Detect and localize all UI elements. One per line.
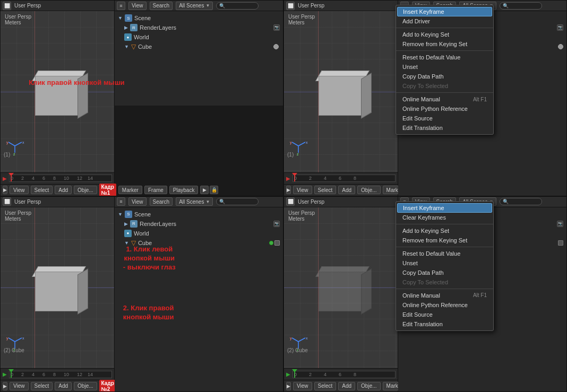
cube-eye-icon-tr[interactable] [558,44,563,49]
tick-12-bl: 12 [77,372,82,377]
menu-reset-default-tr[interactable]: Reset to Default Value [396,53,493,62]
menu-unset-br[interactable]: Unset [396,258,493,268]
menu-edit-source-br[interactable]: Edit Source [396,310,493,319]
viewport-top-bar-tl: ⬜ User Persp [1,1,114,11]
playhead-indicator-bl: ▶ [3,371,7,377]
render-icon-tl: R [130,24,138,31]
menu-add-keying-set-br[interactable]: Add to Keying Set [396,226,493,236]
toolbar-obj-tl[interactable]: Obje... [74,186,97,194]
menu-reset-default-br[interactable]: Reset to Default Value [396,249,493,258]
tick-4-bl: 4 [32,372,35,377]
world-icon-bl: ● [124,230,132,237]
bottom-toolbar-tr: ▶ View Select Add Obje... Marker Frame P… [284,184,398,196]
search-box-tl[interactable]: 🔍 [216,2,259,10]
outliner-pane-bl: ≡ View Search All Scenes ▼ 🔍 ▼ S Scene [115,197,283,392]
svg-text:z: z [13,152,15,155]
outliner-pane-br: ≡ View Search All Scenes ▼ 🔍 ▼ S Scene [398,197,566,392]
context-menu-tr: Insert Keyframe Add Driver Add to Keying… [396,5,494,135]
toolbar-select-bl[interactable]: Select [31,382,53,390]
cube-side-tl [78,73,88,119]
menu-python-ref-br[interactable]: Online Python Reference [396,300,493,310]
outliner-search-btn-tl[interactable]: Search [150,2,173,10]
toolbar-add-tr[interactable]: Add [338,186,355,194]
toolbar-view-bl[interactable]: View [10,382,29,390]
cube-icon1-br[interactable] [558,240,563,246]
menu-online-manual-tr[interactable]: Online Manual Alt F1 [396,94,493,104]
menu-clear-keyframes-br[interactable]: Clear Keyframes [396,213,493,222]
toolbar-select-tl[interactable]: Select [31,186,53,194]
timeline-wrapper-tl[interactable]: 0 2 4 6 8 10 12 14 [9,175,112,182]
viewport-area-tr[interactable]: User Persp Meters x y z [284,11,398,172]
search-box-bl[interactable]: 🔍 [216,198,259,205]
viewport-area-br[interactable]: User Persp Meters x y z [284,207,398,369]
outliner-scene-tl[interactable]: ▼ S Scene [117,13,281,23]
menu-python-ref-tr[interactable]: Online Python Reference [396,104,493,114]
cube-icons-br [558,240,563,246]
menu-unset-tr[interactable]: Unset [396,62,493,72]
menu-edit-translation-tr[interactable]: Edit Translation [396,123,493,133]
rl-cam-icon-bl: 📷 [273,221,280,227]
context-menu-br: Insert Keyframe Clear Keyframes Add to K… [396,201,494,331]
menu-copy-data-path-tr[interactable]: Copy Data Path [396,72,493,81]
menu-add-keying-set-tr[interactable]: Add to Keying Set [396,30,493,39]
toolbar-select-br[interactable]: Select [314,382,337,390]
outliner-cube-bl[interactable]: ▼ ▽ Cube [123,238,281,248]
cube-expand-bl: ▼ [124,240,129,246]
menu-insert-keyframe-br[interactable]: Insert Keyframe [397,203,492,213]
cube-eye-icon-tl[interactable] [273,44,279,49]
tick-8-tl: 8 [53,176,56,181]
outliner-world-tl[interactable]: ● World [123,32,281,42]
outliner-scene-bl[interactable]: ▼ S Scene [117,210,281,219]
menu-edit-source-tr[interactable]: Edit Source [396,114,493,123]
outliner-icon-bl: ≡ [117,197,125,206]
outliner-search-btn-bl[interactable]: Search [150,197,173,206]
menu-remove-keying-set-br[interactable]: Remove from Keying Set [396,236,493,245]
cube-br [313,264,372,311]
toolbar-add-bl[interactable]: Add [55,382,72,390]
toolbar-view-tr[interactable]: View [293,186,312,194]
toolbar-view-tl[interactable]: View [10,186,29,194]
outliner-view-btn-tl[interactable]: View [128,2,147,10]
outliner-view-btn-bl[interactable]: View [128,197,147,206]
shortcut-br: Alt F1 [473,292,487,298]
viewport-area-tl[interactable]: User Persp Meters x [1,11,114,172]
persp-label-tl: User Persp [14,3,41,8]
menu-online-manual-br[interactable]: Online Manual Alt F1 [396,291,493,300]
menu-remove-keying-set-tr[interactable]: Remove from Keying Set [396,39,493,49]
menu-insert-keyframe-tr[interactable]: Insert Keyframe [397,7,492,16]
cube-vis-icon-bl[interactable] [274,240,280,246]
menu-edit-translation-br[interactable]: Edit Translation [396,319,493,329]
outliner-renderlayers-tl[interactable]: ▶ R RenderLayers 📷 [123,23,281,32]
timeline-wrapper-bl[interactable]: 0 2 4 6 8 10 12 14 [9,371,112,378]
viewport-pane-bl: ⬜ User Persp User Persp Meters [1,197,115,392]
panel-bottom-left: ⬜ User Persp User Persp Meters [0,196,284,393]
timeline-wrapper-tr[interactable]: 0 2 4 6 8 [293,175,396,182]
cube-eye-dot-bl[interactable] [269,241,273,245]
outliner-cube-tl[interactable]: ▼ ▽ Cube [123,42,281,51]
toolbar-add-tl[interactable]: Add [55,186,72,194]
toolbar-obj-br[interactable]: Obje... [357,382,380,390]
toolbar-select-tr[interactable]: Select [314,186,337,194]
menu-add-driver-tr[interactable]: Add Driver [396,16,493,26]
svg-text:x: x [306,141,308,144]
toolbar-obj-bl[interactable]: Obje... [74,382,97,390]
all-scenes-tl[interactable]: All Scenes ▼ [176,2,213,10]
outliner-renderlayers-bl[interactable]: ▶ R RenderLayers 📷 [123,219,281,229]
toolbar-obj-tr[interactable]: Obje... [357,186,380,194]
playhead-indicator-tl: ▶ [3,176,7,181]
search-box-tr[interactable]: 🔍 [500,2,542,10]
toolbar-view-br[interactable]: View [293,382,312,390]
outliner-world-bl[interactable]: ● World [123,229,281,238]
menu-copy-data-path-br[interactable]: Copy Data Path [396,268,493,277]
toolbar-add-br[interactable]: Add [338,382,355,390]
all-scenes-bl[interactable]: All Scenes ▼ [176,197,213,206]
viewport-area-bl[interactable]: User Persp Meters x y z [1,207,114,369]
timeline-wrapper-br[interactable]: 0 2 4 6 8 [293,371,396,378]
rl-icons-tl: 📷 [273,24,280,31]
tick-8-br: 8 [354,372,356,377]
search-box-br[interactable]: 🔍 [500,198,542,205]
dropdown-arrow-bl: ▼ [205,199,210,204]
svg-line-0 [15,142,22,146]
tick-8-bl: 8 [53,372,56,377]
tick-6-bl: 6 [42,372,45,377]
